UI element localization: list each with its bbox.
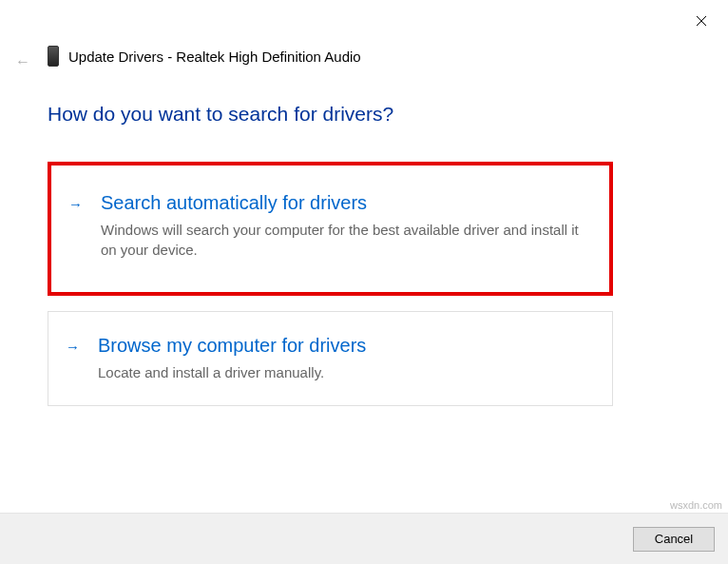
option-desc: Windows will search your computer for th… bbox=[101, 220, 588, 260]
option-title: Browse my computer for drivers bbox=[98, 335, 591, 357]
option-desc: Locate and install a driver manually. bbox=[98, 362, 591, 382]
close-button[interactable] bbox=[692, 11, 711, 30]
option-list: → Search automatically for drivers Windo… bbox=[48, 162, 613, 406]
option-browse-computer[interactable]: → Browse my computer for drivers Locate … bbox=[48, 311, 613, 406]
arrow-right-icon: → bbox=[68, 196, 83, 212]
device-icon bbox=[48, 46, 59, 67]
watermark: wsxdn.com bbox=[670, 499, 722, 511]
wizard-footer: Cancel bbox=[0, 513, 728, 564]
back-button[interactable]: ← bbox=[15, 53, 30, 70]
option-search-automatically[interactable]: → Search automatically for drivers Windo… bbox=[48, 162, 613, 296]
option-title: Search automatically for drivers bbox=[101, 192, 588, 214]
arrow-right-icon: → bbox=[66, 339, 80, 355]
wizard-header: Update Drivers - Realtek High Definition… bbox=[48, 46, 361, 67]
wizard-question: How do you want to search for drivers? bbox=[48, 103, 393, 126]
wizard-title: Update Drivers - Realtek High Definition… bbox=[68, 49, 361, 65]
cancel-button[interactable]: Cancel bbox=[633, 527, 715, 552]
